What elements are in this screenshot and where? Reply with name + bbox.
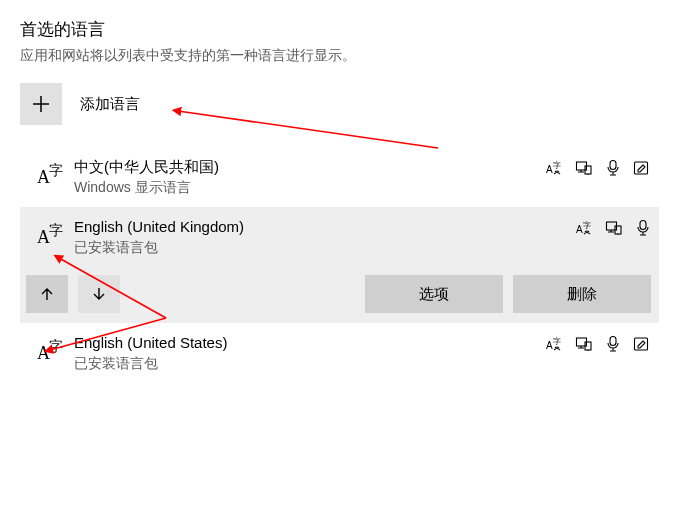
display-icon [605,219,623,237]
language-glyph-icon: A 字 [26,333,74,365]
move-up-button[interactable] [26,275,68,313]
svg-text:字: 字 [583,221,591,230]
svg-text:字: 字 [553,337,561,346]
language-text: English (United States) 已安装语言包 [74,333,545,373]
svg-rect-14 [640,221,646,230]
language-name: English (United States) [74,333,545,353]
svg-text:字: 字 [49,339,63,354]
language-list: A 字 中文(中华人民共和国) Windows 显示语言 A字 A 字 [20,147,659,383]
language-text: English (United Kingdom) 已安装语言包 [74,217,575,257]
arrow-down-icon [91,286,107,302]
handwriting-icon [633,335,651,353]
svg-text:字: 字 [553,161,561,170]
section-title: 首选的语言 [20,18,659,41]
svg-text:A: A [576,224,583,235]
tts-icon: A字 [545,335,563,353]
move-down-button[interactable] [78,275,120,313]
language-features: A字 [545,333,651,353]
language-sub: 已安装语言包 [74,237,575,257]
language-features: A字 [575,217,651,237]
language-settings-page: 首选的语言 应用和网站将以列表中受支持的第一种语言进行显示。 添加语言 A 字 … [0,0,679,509]
speech-icon [605,159,621,177]
svg-rect-6 [610,161,616,170]
svg-text:A: A [546,340,553,351]
add-language-button[interactable]: 添加语言 [20,83,140,125]
section-description: 应用和网站将以列表中受支持的第一种语言进行显示。 [20,47,659,65]
language-item[interactable]: A 字 中文(中华人民共和国) Windows 显示语言 A字 [20,147,659,207]
tts-icon: A字 [575,219,593,237]
language-item[interactable]: A 字 English (United States) 已安装语言包 A字 [20,323,659,383]
display-icon [575,159,593,177]
language-glyph-icon: A 字 [26,157,74,189]
options-button[interactable]: 选项 [365,275,503,313]
svg-line-23 [178,111,438,148]
svg-rect-22 [635,338,648,350]
speech-icon [635,219,651,237]
language-text: 中文(中华人民共和国) Windows 显示语言 [74,157,545,197]
display-icon [575,335,593,353]
language-features: A字 [545,157,651,177]
language-sub: 已安装语言包 [74,353,545,373]
language-item[interactable]: A 字 English (United Kingdom) 已安装语言包 A字 [20,207,659,267]
handwriting-icon [633,159,651,177]
arrow-up-icon [39,286,55,302]
svg-rect-21 [610,337,616,346]
svg-text:字: 字 [49,223,63,238]
tts-icon: A字 [545,159,563,177]
svg-text:字: 字 [49,163,63,178]
language-glyph-icon: A 字 [26,217,74,249]
svg-rect-7 [635,162,648,174]
language-item-actions: 选项 删除 [20,267,659,323]
speech-icon [605,335,621,353]
add-language-label: 添加语言 [80,95,140,114]
plus-icon [20,83,62,125]
svg-text:A: A [546,164,553,175]
remove-button[interactable]: 删除 [513,275,651,313]
language-sub: Windows 显示语言 [74,177,545,197]
language-name: 中文(中华人民共和国) [74,157,545,177]
language-name: English (United Kingdom) [74,217,575,237]
